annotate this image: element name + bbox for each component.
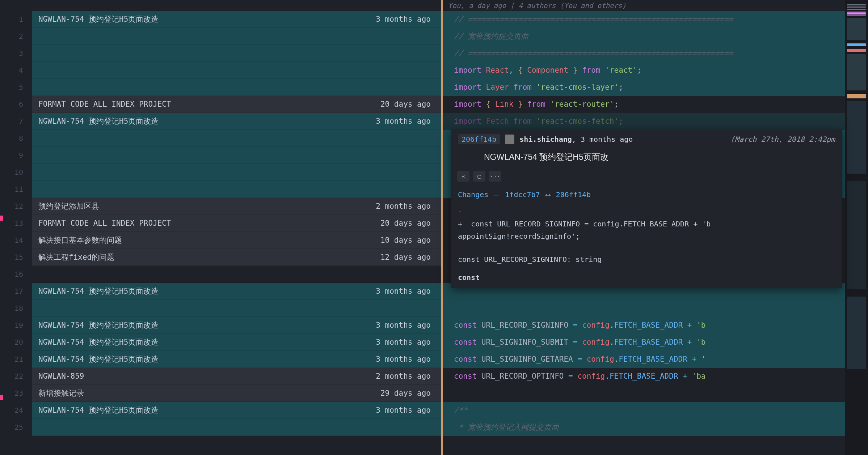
- code-line[interactable]: const URL_SIGNINFO_GETAREA = config.FETC…: [443, 351, 868, 368]
- blame-date: 3 months ago: [376, 334, 431, 350]
- blame-commit-message: [38, 28, 431, 44]
- code-line[interactable]: import Layer from 'react-cmos-layer';: [443, 79, 868, 96]
- blame-commit-message: NGWLAN-754 预约登记H5页面改造: [38, 317, 376, 333]
- commit-sha-link[interactable]: 206ff14b: [458, 134, 500, 144]
- diff-removed-line: -: [458, 205, 835, 218]
- code-line[interactable]: // =====================================…: [443, 45, 868, 62]
- line-number: 11: [0, 181, 32, 198]
- blame-row[interactable]: FORMAT CODE ALL INDEX PROJECT20 days ago: [32, 215, 441, 232]
- breakpoint-mark: [0, 216, 3, 221]
- code-line[interactable]: const URL_SIGNINFO_SUBMIT = config.FETCH…: [443, 334, 868, 351]
- code-line[interactable]: // =====================================…: [443, 11, 868, 28]
- blame-commit-message: [38, 79, 431, 95]
- blame-date: 10 days ago: [380, 232, 431, 248]
- blame-commit-message: NGWLAN-754 预约登记H5页面改造: [38, 113, 376, 129]
- blame-commit-message: 新增接触记录: [38, 385, 380, 401]
- blame-commit-message: 预约登记添加区县: [38, 198, 376, 214]
- blame-row[interactable]: [32, 181, 441, 198]
- codelens-authors[interactable]: You, a day ago | 4 authors (You and othe…: [443, 0, 868, 11]
- code-line[interactable]: import React, { Component } from 'react'…: [443, 62, 868, 79]
- blame-row[interactable]: [32, 419, 441, 436]
- collapse-left-icon[interactable]: «: [457, 171, 469, 182]
- commit-message: NGWLAN-754 预约登记H5页面改: [451, 148, 842, 169]
- changes-link[interactable]: Changes: [458, 190, 488, 199]
- code-line[interactable]: * 宽带预约登记入网提交页面: [443, 419, 868, 436]
- line-number: 2: [0, 28, 32, 45]
- git-blame-annotations: NGWLAN-754 预约登记H5页面改造3 months agoFORMAT …: [32, 0, 441, 455]
- code-line[interactable]: import { Link } from 'react-router';: [443, 96, 868, 113]
- blame-row[interactable]: 新增接触记录29 days ago: [32, 385, 441, 402]
- blame-row[interactable]: NGWLAN-754 预约登记H5页面改造3 months ago: [32, 283, 441, 300]
- line-number: 9: [0, 147, 32, 164]
- from-sha-link[interactable]: 1fdcc7b7: [505, 190, 540, 199]
- code-line[interactable]: const URL_RECORD_SIGNINFO = config.FETCH…: [443, 317, 868, 334]
- blame-row[interactable]: NGWLAN-754 预约登记H5页面改造3 months ago: [32, 113, 441, 130]
- code-line[interactable]: /**: [443, 402, 868, 419]
- blame-row[interactable]: [32, 62, 441, 79]
- line-number: 15: [0, 249, 32, 266]
- blame-date: 3 months ago: [376, 351, 431, 367]
- blame-date: 3 months ago: [376, 402, 431, 418]
- author-name: shi.shichang, 3 months ago: [519, 135, 633, 144]
- line-number: 19: [0, 317, 32, 334]
- blame-row[interactable]: [32, 28, 441, 45]
- blame-commit-message: [38, 181, 431, 197]
- blame-row[interactable]: [32, 147, 441, 164]
- blame-date: 12 days ago: [380, 249, 431, 265]
- blame-row[interactable]: 解决接口基本参数的问题10 days ago: [32, 232, 441, 249]
- line-number: 3: [0, 45, 32, 62]
- blame-row[interactable]: NGWLAN-754 预约登记H5页面改造3 months ago: [32, 334, 441, 351]
- line-number: 24: [0, 402, 32, 419]
- blame-date: 3 months ago: [376, 317, 431, 333]
- blame-row[interactable]: [32, 266, 441, 283]
- blame-commit-message: NGWLAN-754 预约登记H5页面改造: [38, 283, 376, 299]
- blame-row[interactable]: NGWLAN-8592 months ago: [32, 368, 441, 385]
- blame-row[interactable]: [32, 45, 441, 62]
- blame-row[interactable]: 解决工程fixed的问题12 days ago: [32, 249, 441, 266]
- blame-commit-message: [38, 266, 431, 282]
- more-icon[interactable]: ···: [489, 171, 501, 182]
- breakpoint-mark: [0, 395, 3, 400]
- line-number: 1: [0, 11, 32, 28]
- code-line[interactable]: [443, 385, 868, 402]
- blame-date: 2 months ago: [376, 368, 431, 384]
- author-avatar: [505, 135, 514, 144]
- blame-row[interactable]: NGWLAN-754 预约登记H5页面改造3 months ago: [32, 351, 441, 368]
- blame-row[interactable]: [32, 300, 441, 317]
- minimap[interactable]: [845, 0, 868, 455]
- blame-date: 3 months ago: [376, 113, 431, 129]
- blame-row[interactable]: NGWLAN-754 预约登记H5页面改造3 months ago: [32, 317, 441, 334]
- line-number-gutter: 1 2 3 4 5 6 7 8 9 10 11 12 13 14 15 16 1…: [0, 0, 32, 455]
- code-line[interactable]: import Fetch from 'react-cmos-fetch';: [443, 113, 868, 130]
- line-number: 12: [0, 198, 32, 215]
- open-window-icon[interactable]: ▢: [473, 171, 485, 182]
- git-blame-hover-popup: 206ff14b shi.shichang, 3 months ago (Mar…: [451, 129, 842, 288]
- code-line[interactable]: // 宽带预约提交页面: [443, 28, 868, 45]
- code-line[interactable]: [443, 300, 868, 317]
- blame-commit-message: [38, 130, 431, 146]
- line-number: 21: [0, 351, 32, 368]
- blame-row[interactable]: FORMAT CODE ALL INDEX PROJECT20 days ago: [32, 96, 441, 113]
- blame-commit-message: NGWLAN-754 预约登记H5页面改造: [38, 334, 376, 350]
- blame-commit-message: 解决工程fixed的问题: [38, 249, 380, 265]
- blame-row[interactable]: [32, 130, 441, 147]
- blame-commit-message: NGWLAN-754 预约登记H5页面改造: [38, 351, 376, 367]
- code-line[interactable]: const URL_RECORD_OPTINFO = config.FETCH_…: [443, 368, 868, 385]
- line-number: 6: [0, 96, 32, 113]
- commit-date: (March 27th, 2018 2:42pm: [730, 135, 835, 144]
- blame-row[interactable]: [32, 164, 441, 181]
- blame-row[interactable]: NGWLAN-754 预约登记H5页面改造3 months ago: [32, 402, 441, 419]
- line-number: 13: [0, 215, 32, 232]
- separator: —: [494, 190, 499, 199]
- blame-row[interactable]: 预约登记添加区县2 months ago: [32, 198, 441, 215]
- diff-preview: - + const URL_RECORD_SIGNINFO = config.F…: [451, 203, 842, 249]
- gutter-decorations: [0, 0, 3, 455]
- line-number: 7: [0, 113, 32, 130]
- blame-date: 2 months ago: [376, 198, 431, 214]
- line-number: 22: [0, 368, 32, 385]
- blame-row[interactable]: NGWLAN-754 预约登记H5页面改造3 months ago: [32, 11, 441, 28]
- diff-added-line: + const URL_RECORD_SIGNINFO = config.FET…: [458, 218, 835, 230]
- line-number: 4: [0, 62, 32, 79]
- to-sha-link[interactable]: 206ff14b: [556, 190, 591, 199]
- blame-row[interactable]: [32, 79, 441, 96]
